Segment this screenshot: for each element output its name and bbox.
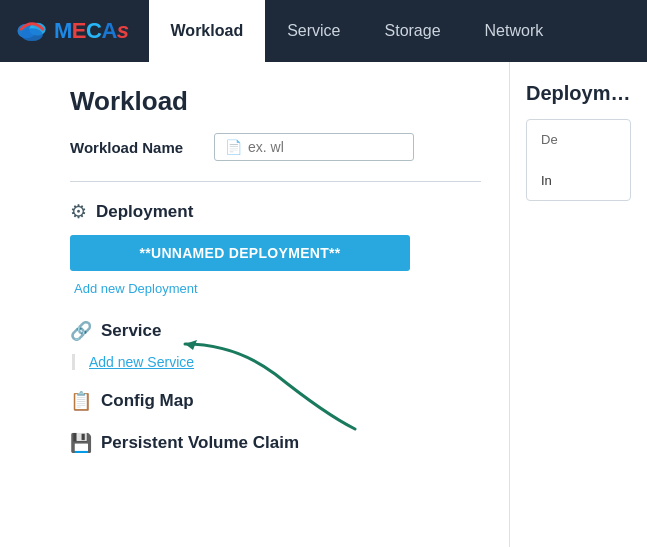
workload-name-input-wrapper: 📄 bbox=[214, 133, 414, 161]
add-service-row: Add new Service bbox=[72, 354, 481, 370]
nav-item-service[interactable]: Service bbox=[265, 0, 362, 62]
divider-1 bbox=[70, 181, 481, 182]
right-deploy-title: Deploym… bbox=[526, 82, 631, 105]
logo-icon bbox=[12, 11, 52, 51]
config-map-title: Config Map bbox=[101, 391, 194, 411]
main-content: Workload Workload Name 📄 ⚙ Deployment **… bbox=[0, 62, 647, 547]
add-deployment-link[interactable]: Add new Deployment bbox=[70, 279, 481, 300]
right-card-field2: In bbox=[541, 173, 616, 188]
config-map-icon: 📋 bbox=[70, 390, 92, 412]
navbar: MECAs Workload Service Storage Network bbox=[0, 0, 647, 62]
workload-name-label: Workload Name bbox=[70, 139, 200, 156]
deployment-icon: ⚙ bbox=[70, 200, 87, 223]
deployment-header: ⚙ Deployment bbox=[70, 200, 481, 223]
nav-item-network[interactable]: Network bbox=[463, 0, 566, 62]
service-section: 🔗 Service Add new Service bbox=[70, 320, 481, 370]
workload-name-row: Workload Name 📄 bbox=[70, 133, 481, 161]
unnamed-deployment-button[interactable]: **UNNAMED DEPLOYMENT** bbox=[70, 235, 410, 271]
workload-name-input[interactable] bbox=[248, 139, 408, 155]
logo: MECAs bbox=[12, 11, 129, 51]
right-deploy-card: De In bbox=[526, 119, 631, 201]
service-title: Service bbox=[101, 321, 162, 341]
svg-point-2 bbox=[21, 28, 43, 41]
deployment-title: Deployment bbox=[96, 202, 193, 222]
add-service-link[interactable]: Add new Service bbox=[89, 354, 194, 370]
right-panel: Deploym… De In bbox=[510, 62, 647, 547]
service-icon: 🔗 bbox=[70, 320, 92, 342]
config-map-section: 📋 Config Map bbox=[70, 390, 481, 412]
left-panel: Workload Workload Name 📄 ⚙ Deployment **… bbox=[0, 62, 510, 547]
logo-text: MECAs bbox=[54, 18, 129, 44]
pvc-icon: 💾 bbox=[70, 432, 92, 454]
right-card-field1: De bbox=[541, 132, 616, 147]
input-file-icon: 📄 bbox=[225, 139, 242, 155]
config-map-header: 📋 Config Map bbox=[70, 390, 481, 412]
nav-items: Workload Service Storage Network bbox=[149, 0, 566, 62]
deployment-section: ⚙ Deployment **UNNAMED DEPLOYMENT** Add … bbox=[70, 200, 481, 300]
pvc-header: 💾 Persistent Volume Claim bbox=[70, 432, 481, 454]
page-title: Workload bbox=[70, 86, 481, 117]
nav-item-workload[interactable]: Workload bbox=[149, 0, 266, 62]
service-header: 🔗 Service bbox=[70, 320, 481, 342]
pvc-title: Persistent Volume Claim bbox=[101, 433, 299, 453]
pvc-section: 💾 Persistent Volume Claim bbox=[70, 432, 481, 454]
nav-item-storage[interactable]: Storage bbox=[363, 0, 463, 62]
